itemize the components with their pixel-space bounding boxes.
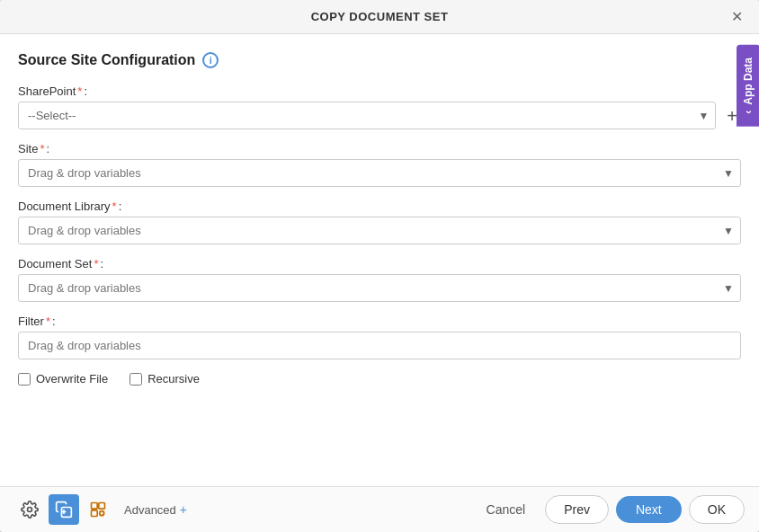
site-field-wrapper: ▼ xyxy=(18,159,741,187)
overwrite-file-checkbox-item[interactable]: Overwrite File xyxy=(18,372,108,386)
sharepoint-select[interactable]: --Select-- xyxy=(18,102,716,129)
filter-label: Filter*: xyxy=(18,315,741,328)
document-set-field-wrapper: ▼ xyxy=(18,274,741,302)
title-bar: COPY DOCUMENT SET ✕ xyxy=(0,0,759,34)
checkboxes-row: Overwrite File Recursive xyxy=(18,372,741,386)
svg-rect-5 xyxy=(99,503,105,510)
recursive-checkbox-item[interactable]: Recursive xyxy=(129,372,200,386)
main-content: Source Site Configuration i SharePoint*:… xyxy=(0,34,759,486)
section-title: Source Site Configuration xyxy=(18,52,195,68)
action-buttons: Cancel Prev Next OK xyxy=(474,495,745,524)
sharepoint-select-row: --Select-- ▼ + xyxy=(18,102,741,129)
ok-button[interactable]: OK xyxy=(689,495,745,524)
app-data-label: App Data xyxy=(742,58,755,105)
app-data-tab[interactable]: ‹ App Data xyxy=(737,45,759,127)
site-required: * xyxy=(40,142,44,155)
modal-title: COPY DOCUMENT SET xyxy=(311,10,449,23)
site-field-group: Site*: ▼ xyxy=(18,142,741,187)
gear-icon xyxy=(21,501,39,519)
filter-field-group: Filter*: xyxy=(18,315,741,359)
modal: COPY DOCUMENT SET ✕ ‹ App Data Source Si… xyxy=(0,0,759,532)
sharepoint-required: * xyxy=(77,84,82,98)
toolbar-icons xyxy=(14,494,113,525)
filter-required: * xyxy=(46,315,50,328)
advanced-plus-icon: + xyxy=(180,502,187,517)
transfer-icon xyxy=(89,501,107,519)
toolbar-left: Advanced + xyxy=(14,494,194,525)
document-library-field-group: Document Library*: ▼ xyxy=(18,200,741,244)
document-library-input[interactable] xyxy=(18,217,741,244)
recursive-checkbox[interactable] xyxy=(129,373,142,386)
close-button[interactable]: ✕ xyxy=(726,8,748,26)
overwrite-file-checkbox[interactable] xyxy=(18,373,31,386)
footer-toolbar: Advanced + Cancel Prev Next OK xyxy=(0,486,759,532)
recursive-label: Recursive xyxy=(147,372,200,386)
document-set-field-group: Document Set*: ▼ xyxy=(18,257,741,302)
sharepoint-label: SharePoint*: xyxy=(18,84,741,98)
svg-rect-4 xyxy=(92,503,98,510)
info-icon[interactable]: i xyxy=(202,52,219,68)
svg-point-0 xyxy=(28,508,32,512)
site-label: Site*: xyxy=(18,142,741,155)
document-set-label: Document Set*: xyxy=(18,257,741,270)
advanced-button[interactable]: Advanced + xyxy=(117,497,194,522)
section-heading: Source Site Configuration i xyxy=(18,52,741,68)
cancel-button[interactable]: Cancel xyxy=(474,495,539,524)
site-input[interactable] xyxy=(18,159,741,187)
svg-rect-6 xyxy=(92,510,98,517)
copy-doc-icon xyxy=(55,501,73,519)
doc-library-required: * xyxy=(112,200,117,213)
settings-icon-button[interactable] xyxy=(14,494,45,525)
advanced-label: Advanced xyxy=(124,503,176,517)
document-library-label: Document Library*: xyxy=(18,200,741,213)
overwrite-file-label: Overwrite File xyxy=(36,372,108,386)
transfer-icon-button[interactable] xyxy=(83,494,113,525)
doc-set-required: * xyxy=(94,257,98,270)
document-library-field-wrapper: ▼ xyxy=(18,217,741,244)
sharepoint-select-wrapper: --Select-- ▼ xyxy=(18,102,716,129)
sharepoint-field-group: SharePoint*: --Select-- ▼ + xyxy=(18,84,741,129)
app-data-chevron: ‹ xyxy=(742,111,755,114)
prev-button[interactable]: Prev xyxy=(545,495,609,524)
copy-doc-icon-button[interactable] xyxy=(49,494,79,525)
next-button[interactable]: Next xyxy=(616,496,682,523)
filter-input[interactable] xyxy=(18,332,741,359)
document-set-input[interactable] xyxy=(18,274,741,302)
